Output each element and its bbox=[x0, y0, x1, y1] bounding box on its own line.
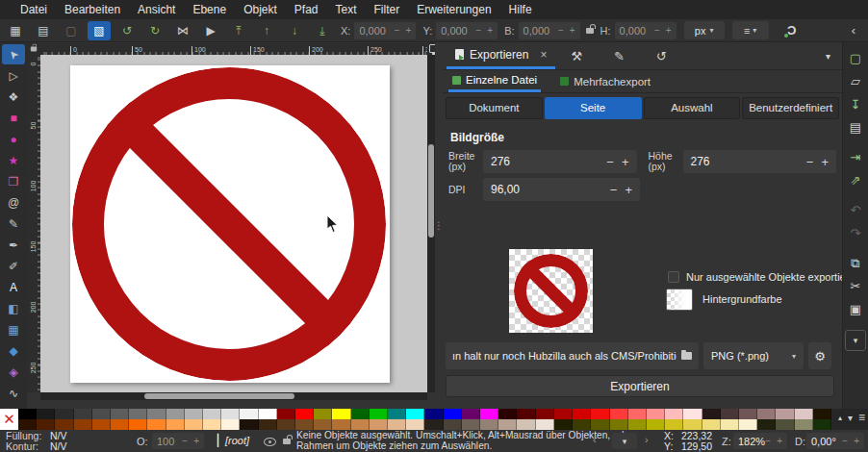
tab-batch-export[interactable]: Mehrfachexport bbox=[556, 70, 654, 92]
x-input[interactable]: 0,000 −+ bbox=[354, 22, 416, 39]
box-3d-tool[interactable]: ❐ bbox=[2, 171, 25, 191]
dpi-input[interactable]: 96,00 −+ bbox=[483, 178, 640, 201]
color-swatch[interactable] bbox=[332, 419, 350, 430]
color-swatch[interactable] bbox=[776, 419, 794, 430]
color-swatch[interactable] bbox=[55, 409, 73, 419]
color-swatch[interactable] bbox=[111, 409, 129, 419]
export-height-input[interactable]: 276 −+ bbox=[683, 150, 837, 173]
color-swatch[interactable] bbox=[702, 409, 721, 419]
color-swatch[interactable] bbox=[37, 419, 55, 430]
export-area-button[interactable]: Benutzerdefiniert bbox=[742, 97, 839, 119]
color-swatch[interactable] bbox=[129, 409, 147, 419]
plus-icon[interactable]: + bbox=[570, 25, 575, 36]
calligraphy-tool[interactable]: ✐ bbox=[2, 256, 25, 276]
color-swatch[interactable] bbox=[314, 419, 332, 430]
horizontal-ruler[interactable]: 0501001502002503 bbox=[40, 43, 427, 55]
shape-builder-tool[interactable]: ❖ bbox=[2, 87, 25, 107]
menu-item[interactable]: Ansicht bbox=[129, 0, 184, 19]
paint-bucket-tool[interactable]: ◈ bbox=[2, 362, 25, 382]
menu-item[interactable]: Hilfe bbox=[500, 0, 541, 19]
color-swatch[interactable] bbox=[314, 409, 332, 419]
color-swatch[interactable] bbox=[480, 409, 498, 419]
vertical-ruler[interactable]: 050100150200250 bbox=[27, 55, 40, 392]
minus-icon[interactable]: − bbox=[558, 25, 564, 36]
color-swatch[interactable] bbox=[147, 419, 166, 430]
minus-icon[interactable]: − bbox=[806, 155, 814, 169]
minus-icon[interactable]: − bbox=[765, 436, 771, 446]
lower-to-bottom-icon[interactable]: ⤓ bbox=[311, 21, 334, 40]
color-swatch[interactable] bbox=[498, 419, 517, 430]
toolbar-options-button[interactable]: ≡ ▾ bbox=[732, 21, 769, 39]
color-swatch[interactable] bbox=[610, 419, 628, 430]
color-swatch[interactable] bbox=[683, 419, 702, 430]
color-swatch[interactable] bbox=[498, 409, 517, 419]
color-swatch[interactable] bbox=[517, 409, 535, 419]
color-swatch[interactable] bbox=[74, 419, 92, 430]
color-swatch[interactable] bbox=[259, 409, 277, 419]
background-color-swatch[interactable] bbox=[666, 289, 693, 311]
color-swatch[interactable] bbox=[591, 409, 609, 419]
minus-icon[interactable]: − bbox=[610, 183, 618, 197]
color-swatch[interactable] bbox=[295, 409, 314, 419]
node-editor-tool[interactable]: ▷ bbox=[2, 65, 25, 86]
color-swatch[interactable] bbox=[351, 419, 370, 430]
folder-icon[interactable] bbox=[681, 352, 692, 360]
transform-bbox-icon[interactable]: ▧ bbox=[88, 21, 111, 40]
color-swatch[interactable] bbox=[37, 409, 55, 419]
wrench-icon[interactable]: ⚒ bbox=[555, 42, 598, 69]
color-swatch[interactable] bbox=[424, 409, 443, 419]
palette-scroll-up-icon[interactable]: ▴ bbox=[838, 414, 842, 422]
rotate-cw-icon[interactable]: ↻ bbox=[143, 21, 166, 40]
dock-menu-chevron[interactable]: ▾ bbox=[826, 42, 830, 69]
export-area-button[interactable]: Dokument bbox=[446, 97, 543, 119]
spiral-tool[interactable]: @ bbox=[2, 192, 25, 213]
minus-icon[interactable]: − bbox=[182, 436, 188, 446]
color-swatch[interactable] bbox=[92, 409, 111, 419]
color-swatch[interactable] bbox=[776, 409, 794, 419]
more-icon[interactable]: ▾ bbox=[845, 330, 866, 351]
color-swatch[interactable] bbox=[757, 419, 776, 430]
color-swatch[interactable] bbox=[480, 419, 498, 430]
open-document-icon[interactable]: ▱ bbox=[844, 69, 867, 92]
draw-dialog-icon[interactable]: ✎ bbox=[598, 42, 640, 69]
prohibition-sign-object[interactable] bbox=[72, 67, 386, 381]
minus-icon[interactable]: − bbox=[654, 25, 660, 36]
export-width-input[interactable]: 276 −+ bbox=[483, 150, 637, 173]
color-swatch[interactable] bbox=[351, 409, 370, 419]
tab-exportieren[interactable]: Exportieren × bbox=[447, 42, 555, 69]
color-swatch[interactable] bbox=[462, 419, 480, 430]
color-swatch[interactable] bbox=[203, 409, 221, 419]
color-swatch[interactable] bbox=[813, 419, 831, 430]
plus-icon[interactable]: + bbox=[625, 183, 632, 197]
color-swatch[interactable] bbox=[111, 419, 129, 430]
color-swatch[interactable] bbox=[795, 419, 813, 430]
text-tool[interactable]: A bbox=[2, 277, 25, 297]
color-swatch[interactable] bbox=[370, 419, 388, 430]
rotation-input[interactable]: 0,00° −+ bbox=[806, 433, 864, 449]
color-swatch[interactable] bbox=[221, 419, 240, 430]
zoom-input[interactable]: 182% −+ bbox=[733, 433, 787, 449]
undo-icon[interactable]: ↶ bbox=[844, 198, 867, 221]
panel-splitter[interactable]: ⋮ bbox=[435, 42, 443, 409]
menu-item[interactable]: Pfad bbox=[286, 0, 327, 19]
toolbar-collapse-button[interactable]: ‹ bbox=[845, 21, 862, 40]
canvas-viewport[interactable] bbox=[40, 55, 427, 392]
format-select[interactable]: PNG (*.png) ▾ bbox=[703, 342, 804, 369]
color-swatch[interactable] bbox=[536, 419, 554, 430]
plus-icon[interactable]: + bbox=[666, 25, 672, 36]
layer-lock-icon[interactable] bbox=[283, 439, 291, 444]
history-dialog-icon[interactable]: ↺ bbox=[640, 42, 682, 69]
no-color-swatch[interactable]: ✕ bbox=[0, 409, 18, 430]
only-selected-checkbox[interactable] bbox=[668, 271, 679, 283]
color-swatch[interactable] bbox=[74, 409, 92, 419]
plus-icon[interactable]: + bbox=[821, 155, 829, 169]
opacity-input[interactable]: 100 −+ bbox=[152, 433, 204, 449]
star-tool[interactable]: ★ bbox=[2, 150, 25, 170]
color-swatch[interactable] bbox=[185, 419, 203, 430]
pencil-tool[interactable]: ✎ bbox=[2, 213, 25, 234]
minus-icon[interactable]: − bbox=[606, 155, 614, 169]
color-swatch[interactable] bbox=[628, 419, 647, 430]
color-swatch[interactable] bbox=[665, 419, 683, 430]
color-swatch[interactable] bbox=[295, 419, 314, 430]
color-swatch[interactable] bbox=[757, 409, 776, 419]
